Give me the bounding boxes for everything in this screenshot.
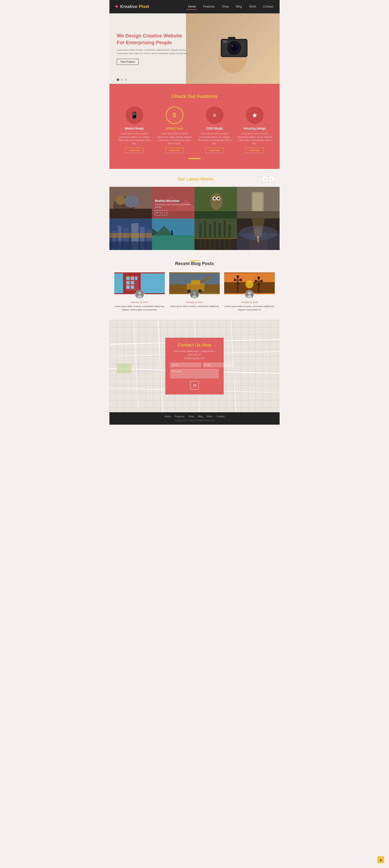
link-icon[interactable]: ↗ [162, 210, 167, 215]
svg-rect-75 [141, 273, 165, 293]
nav-home[interactable]: Home [186, 4, 197, 10]
feature-design-read-more[interactable]: Read More [245, 148, 264, 153]
svg-rect-73 [131, 285, 134, 289]
blog-excerpt-2: Lorem ipsum dolor sit amet, consectetur … [169, 305, 220, 308]
nav-shop[interactable]: Shop [220, 4, 230, 10]
svg-point-24 [214, 197, 216, 199]
blog-date-3: January 09, 2014 [224, 301, 275, 303]
svg-rect-54 [224, 221, 226, 250]
contact-message-input[interactable] [170, 369, 219, 378]
work-overlay-icons-2: 🔍 ↗ [155, 210, 191, 215]
works-next-button[interactable]: › [269, 176, 275, 182]
svg-rect-56 [194, 238, 237, 239]
footer-link-features[interactable]: Features [175, 415, 184, 418]
feature-mobile-desc: Lorem ipsum dolor sit amet, consectetur … [117, 132, 152, 145]
nav-blog[interactable]: Blog [235, 4, 243, 10]
svg-rect-83 [182, 287, 187, 289]
work-overlay-2: Beatiful Mountain Something more beautif… [152, 187, 194, 218]
work-item-3[interactable] [194, 187, 237, 218]
blog-section: Recent Blog Posts [110, 250, 279, 320]
work-photo-5 [110, 218, 152, 250]
contact-form-box: Contact Us Now Lorem ipsum address line … [165, 338, 224, 395]
contact-info: Lorem ipsum address line 1, address line… [170, 349, 219, 360]
works-prev-button[interactable]: ‹ [262, 176, 268, 182]
svg-rect-74 [114, 273, 123, 293]
contact-name-email-row [170, 363, 219, 367]
view-projects-button[interactable]: View Projects [117, 59, 139, 65]
nav-contact[interactable]: Contact [262, 4, 275, 10]
feature-design-desc: Lorem ipsum dolor sit amet, consectetur … [237, 132, 272, 145]
work-item-2[interactable]: Beatiful Mountain Something more beautif… [152, 187, 194, 218]
logo-kreative: Kreative [120, 4, 138, 9]
work-item-1[interactable] [110, 187, 152, 218]
star-icon: ★ [251, 111, 258, 119]
avatar-1-svg [135, 290, 144, 299]
svg-rect-52 [214, 222, 216, 250]
svg-rect-71 [131, 281, 134, 284]
work-item-4[interactable] [237, 187, 279, 218]
svg-point-46 [171, 230, 173, 232]
dot-1[interactable] [117, 79, 119, 81]
blog-title: Recent Blog Posts [114, 261, 275, 266]
svg-rect-9 [228, 37, 235, 40]
feature-mobile-read-more[interactable]: Read More [125, 148, 144, 153]
svg-rect-50 [204, 221, 206, 250]
works-title: Our Latest Works [129, 177, 262, 182]
feature-css3-desc: Lorem ipsum dolor sit amet, consectetur … [197, 132, 232, 145]
footer-link-home[interactable]: Home [164, 415, 171, 418]
zoom-icon[interactable]: 🔍 [155, 210, 160, 215]
work-photo-3 [194, 187, 237, 218]
logo: ✦ KreativePixel [114, 4, 149, 10]
work-photo-8 [237, 218, 279, 250]
work-item-8[interactable] [237, 218, 279, 250]
work-photo-7 [194, 218, 237, 250]
work-photo-1 [110, 187, 152, 218]
svg-rect-72 [126, 285, 130, 289]
feature-css3-title: CSS3 Magic [197, 127, 232, 130]
work-item-7[interactable] [194, 218, 237, 250]
contact-section: Contact Us Now Lorem ipsum address line … [110, 320, 279, 412]
contact-address: Lorem ipsum address line 1, address line… [170, 349, 219, 353]
work-item-5[interactable] [110, 218, 152, 250]
svg-rect-82 [191, 280, 200, 284]
svg-rect-29 [253, 193, 263, 212]
blog-card-3: January 09, 2014 Lorem ipsum dolor sit a… [224, 272, 275, 311]
contact-submit-button[interactable]: ✉ [190, 381, 199, 390]
footer-link-blog[interactable]: Blog [198, 415, 203, 418]
nav-links: Home Features Shop Blog Work Contact [186, 4, 275, 10]
blog-excerpt-3: Lorem ipsum dolor sit amet, consectetur … [224, 305, 275, 311]
features-section: Check Out Features 📱 Mobile Ready Lorem … [110, 84, 279, 169]
work-item-6[interactable] [152, 218, 194, 250]
css3-icon-circle: ≡ [206, 106, 223, 124]
features-title: Check Out Features [117, 94, 272, 99]
svg-rect-49 [199, 223, 201, 250]
feature-css3-read-more[interactable]: Read More [205, 148, 224, 153]
blog-grid: January 13, 2014 Lorem ipsum dolor sit a… [114, 272, 275, 311]
footer: Home Features Shop Blog Work Contact Kre… [110, 412, 279, 425]
svg-point-85 [198, 289, 202, 292]
dot-2[interactable] [121, 79, 123, 81]
contact-email-input[interactable] [203, 363, 234, 367]
contact-name-input[interactable] [170, 363, 201, 367]
blog-card-2: January 10, 2014 Lorem ipsum dolor sit a… [169, 272, 220, 311]
svg-rect-10 [223, 40, 227, 43]
footer-link-work[interactable]: Work [207, 415, 212, 418]
works-nav: ‹ › [262, 176, 275, 182]
svg-rect-120 [117, 364, 131, 373]
feature-design: ★ Amazing design Lorem ipsum dolor sit a… [237, 106, 272, 153]
svg-rect-15 [110, 209, 152, 218]
nav-work[interactable]: Work [248, 4, 258, 10]
features-divider [188, 158, 201, 159]
feature-html5-read-more[interactable]: Read More [165, 148, 184, 153]
feature-html5-desc: Lorem ipsum dolor sit amet, consectetur … [157, 132, 192, 145]
blog-title-area: Recent Blog Posts [114, 260, 275, 266]
footer-link-contact[interactable]: Contact [216, 415, 225, 418]
svg-point-25 [218, 197, 219, 199]
nav-features[interactable]: Features [202, 4, 216, 10]
footer-link-shop[interactable]: Shop [188, 415, 194, 418]
svg-point-13 [124, 195, 139, 208]
svg-rect-39 [110, 242, 152, 250]
dot-3[interactable] [124, 79, 127, 81]
svg-rect-69 [135, 277, 138, 280]
logo-pixel: Pixel [139, 4, 149, 9]
